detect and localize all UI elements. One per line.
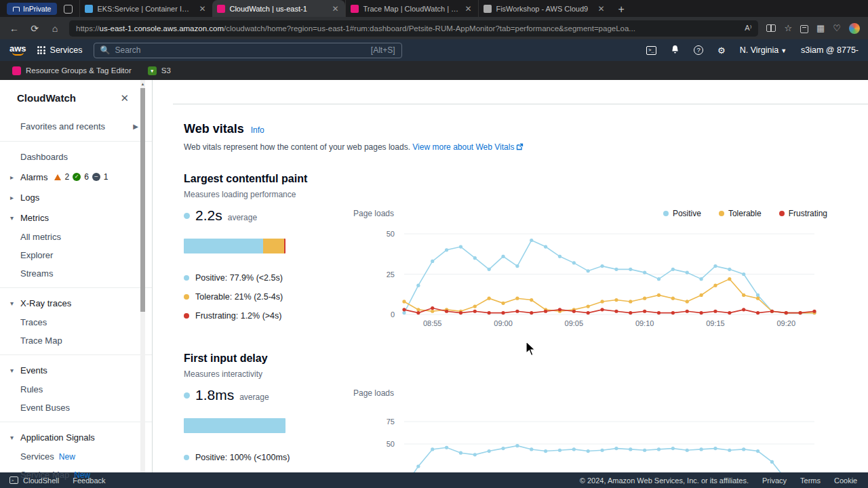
favorites-star-icon[interactable]: ☆ — [784, 23, 792, 33]
s3-icon: ▾ — [148, 66, 157, 75]
cloudshell-icon[interactable]: >_ — [646, 46, 656, 55]
svg-text:0: 0 — [391, 310, 395, 319]
lcp-distribution-legend: Positive: 77.9% (<2.5s) Tolerable: 21% (… — [184, 268, 353, 325]
fid-distribution-bar — [184, 418, 285, 433]
chevron-down-icon: ▼ — [781, 47, 787, 54]
account-menu[interactable]: s3iam @ 8775- — [801, 45, 859, 55]
legend-positive[interactable]: Positive — [663, 209, 701, 218]
extensions-icon[interactable]: ▦ — [816, 23, 825, 33]
divider — [0, 422, 152, 422]
sidebar-item-traces[interactable]: Traces — [0, 313, 152, 331]
chevron-right-icon: ▸ — [10, 174, 14, 181]
sidebar-item-dashboards[interactable]: Dashboards — [0, 146, 152, 167]
web-vitals-header: Web vitals Info Web vitals represent how… — [173, 104, 868, 152]
sidebar-item-streams[interactable]: Streams — [0, 264, 152, 283]
sidebar-scrollbar[interactable]: ▲ — [140, 80, 145, 472]
sidebar-item-explorer[interactable]: Explorer — [0, 246, 152, 264]
aws-logo[interactable]: aws — [9, 45, 26, 56]
help-icon[interactable]: ? — [694, 45, 703, 55]
tab-close-icon[interactable]: ✕ — [197, 4, 208, 14]
sidebar-item-trace-map[interactable]: Trace Map — [0, 331, 152, 350]
terms-link[interactable]: Terms — [800, 476, 821, 485]
lcp-chart-legend: Positive Tolerable Frustrating — [663, 209, 827, 218]
sidebar-item-metrics[interactable]: ▾ Metrics — [0, 207, 152, 228]
sidebar-item-logs[interactable]: ▸ Logs — [0, 187, 152, 207]
lcp-line-chart: 0255008:5509:0009:0509:1009:1509:20 — [353, 220, 828, 329]
new-badge: New — [59, 452, 75, 462]
tolerable-segment — [263, 239, 284, 253]
browser-essentials-icon[interactable]: ♡ — [833, 23, 841, 33]
lcp-section: Largest contentful paint Measures loadin… — [173, 152, 868, 332]
sidebar-item-service-map[interactable]: Service Map New — [0, 466, 152, 484]
chevron-down-icon: ▾ — [10, 300, 14, 307]
browser-tab[interactable]: FisWorkshop - AWS Cloud9 ✕ — [478, 0, 611, 17]
browser-tab[interactable]: EKS:Service | Container Insights ✕ — [79, 0, 212, 17]
svg-text:09:10: 09:10 — [635, 319, 654, 327]
collections-icon[interactable] — [800, 25, 808, 33]
page-title: Web vitals — [184, 122, 244, 136]
sidebar-item-application-signals[interactable]: ▾ Application Signals — [0, 427, 152, 447]
sidebar-item-services[interactable]: Services New — [0, 447, 152, 466]
tab-favicon-icon — [85, 5, 93, 13]
refresh-icon[interactable]: ⟳ — [28, 23, 41, 34]
browser-tab-active[interactable]: CloudWatch | us-east-1 ✕ — [212, 0, 345, 17]
aws-console-header: aws Services 🔍 Search [Alt+S] >_ ? ⚙ N. … — [0, 39, 868, 61]
browser-profile-icon[interactable] — [849, 23, 860, 34]
alarm-warning-icon — [54, 174, 61, 180]
cloudwatch-sidebar: CloudWatch ✕ Favorites and recents ▶ Das… — [0, 80, 153, 472]
chevron-right-icon: ▶ — [133, 123, 138, 130]
legend-item: Frustrating: 1.2% (>4s) — [184, 306, 353, 325]
workspaces-icon[interactable] — [64, 5, 73, 14]
divider — [173, 80, 868, 104]
back-icon[interactable]: ← — [8, 23, 20, 34]
aws-smile-icon — [12, 52, 24, 56]
positive-dot-icon — [184, 455, 189, 460]
tolerable-dot-icon — [719, 211, 724, 216]
privacy-link[interactable]: Privacy — [762, 476, 787, 485]
external-link-icon — [516, 143, 524, 152]
positive-dot-icon — [663, 211, 669, 216]
tab-close-icon[interactable]: ✕ — [595, 4, 606, 14]
cookie-preferences-link[interactable]: Cookie preferences — [834, 476, 859, 485]
region-selector[interactable]: N. Virginia▼ — [740, 45, 787, 55]
bookmark-s3[interactable]: ▾ S3 — [148, 66, 171, 75]
sidebar-item-favorites[interactable]: Favorites and recents ▶ — [0, 116, 152, 136]
sidebar-item-events[interactable]: ▾ Events — [0, 360, 152, 380]
sidebar-item-all-metrics[interactable]: All metrics — [0, 228, 152, 246]
svg-text:09:20: 09:20 — [777, 319, 796, 327]
url-input[interactable]: https://us-east-1.console.aws.amazon.com… — [69, 20, 758, 37]
svg-text:75: 75 — [387, 418, 395, 426]
sidebar-item-alarms[interactable]: ▸ Alarms 2 ✓ 6 – 1 — [0, 167, 152, 187]
chevron-right-icon: ▸ — [10, 194, 14, 201]
tab-close-icon[interactable]: ✕ — [462, 4, 473, 14]
info-link[interactable]: Info — [251, 125, 264, 135]
scrollbar-up-icon[interactable]: ▲ — [140, 82, 145, 86]
y-axis-label: Page loads — [353, 388, 394, 398]
fid-title: First input delay — [184, 352, 827, 365]
settings-gear-icon[interactable]: ⚙ — [717, 45, 726, 56]
services-menu[interactable]: Services — [37, 45, 83, 55]
positive-dot-icon — [184, 213, 190, 219]
divider — [0, 354, 152, 355]
new-tab-button[interactable]: + — [618, 4, 624, 15]
close-icon[interactable]: ✕ — [120, 93, 129, 103]
bookmark-resource-groups[interactable]: Resource Groups & Tag Editor — [12, 66, 132, 75]
alarm-ok-icon: ✓ — [73, 173, 81, 181]
sidebar-item-event-buses[interactable]: Event Buses — [0, 399, 152, 417]
frustrating-dot-icon — [779, 211, 785, 216]
web-vitals-link[interactable]: View more about Web Vitals — [412, 142, 514, 152]
positive-dot-icon — [184, 392, 190, 399]
sidebar-item-xray-traces[interactable]: ▾ X-Ray traces — [0, 293, 152, 313]
sidebar-item-rules[interactable]: Rules — [0, 380, 152, 399]
console-search-input[interactable]: 🔍 Search [Alt+S] — [94, 43, 402, 58]
legend-tolerable[interactable]: Tolerable — [719, 209, 762, 218]
home-icon[interactable]: ⌂ — [49, 23, 61, 34]
browser-tab[interactable]: Trace Map | CloudWatch | us-east-1 ✕ — [345, 0, 478, 17]
notifications-bell-icon[interactable] — [671, 45, 679, 56]
scrollbar-thumb[interactable] — [140, 88, 145, 312]
split-screen-icon[interactable] — [766, 24, 776, 32]
tab-close-icon[interactable]: ✕ — [330, 4, 340, 14]
read-aloud-icon[interactable]: A⁾ — [745, 24, 751, 33]
legend-frustrating[interactable]: Frustrating — [779, 209, 827, 218]
legend-item: Positive: 100% (<100ms) — [184, 448, 353, 467]
